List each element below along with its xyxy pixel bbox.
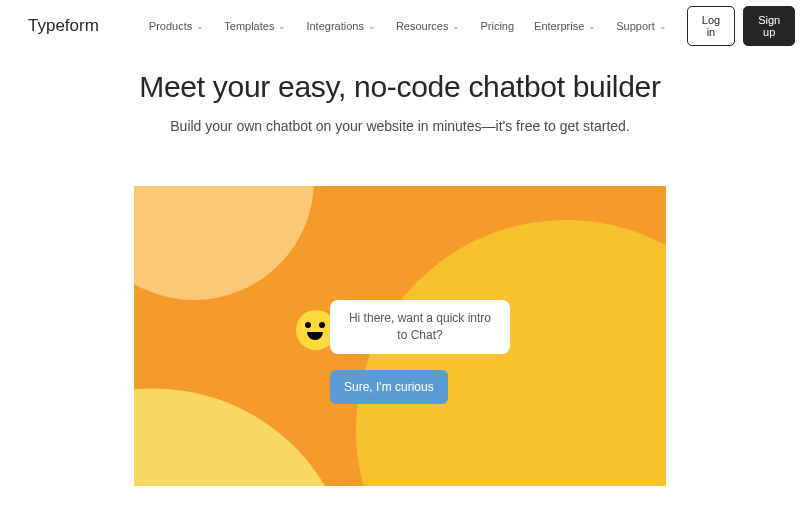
chevron-down-icon: ⌄ bbox=[196, 21, 204, 31]
nav-support-label: Support bbox=[616, 20, 655, 32]
main-nav: Products ⌄ Templates ⌄ Integrations ⌄ Re… bbox=[149, 20, 667, 32]
chevron-down-icon: ⌄ bbox=[278, 21, 286, 31]
chevron-down-icon: ⌄ bbox=[452, 21, 460, 31]
hero-subtitle: Build your own chatbot on your website i… bbox=[0, 118, 800, 134]
header: Typeform Products ⌄ Templates ⌄ Integrat… bbox=[0, 0, 800, 52]
hero-title: Meet your easy, no-code chatbot builder bbox=[0, 70, 800, 104]
nav-pricing[interactable]: Pricing bbox=[480, 20, 514, 32]
nav-products-label: Products bbox=[149, 20, 192, 32]
nav-resources-label: Resources bbox=[396, 20, 449, 32]
chat-reply-button[interactable]: Sure, I'm curious bbox=[330, 370, 448, 404]
decorative-quarter bbox=[134, 344, 346, 486]
login-button[interactable]: Log in bbox=[687, 6, 735, 46]
chevron-down-icon: ⌄ bbox=[659, 21, 667, 31]
nav-integrations-label: Integrations bbox=[306, 20, 363, 32]
nav-enterprise-label: Enterprise bbox=[534, 20, 584, 32]
chevron-down-icon: ⌄ bbox=[368, 21, 376, 31]
hero-section: Meet your easy, no-code chatbot builder … bbox=[0, 70, 800, 486]
hero-illustration: Hi there, want a quick intro to Chat? Su… bbox=[134, 186, 666, 486]
nav-support[interactable]: Support ⌄ bbox=[616, 20, 667, 32]
nav-templates[interactable]: Templates ⌄ bbox=[224, 20, 286, 32]
nav-integrations[interactable]: Integrations ⌄ bbox=[306, 20, 375, 32]
nav-resources[interactable]: Resources ⌄ bbox=[396, 20, 461, 32]
nav-products[interactable]: Products ⌄ bbox=[149, 20, 204, 32]
logo[interactable]: Typeform bbox=[28, 16, 99, 36]
decorative-half-circle bbox=[134, 186, 314, 300]
chat-greeting-bubble: Hi there, want a quick intro to Chat? bbox=[330, 300, 510, 354]
nav-templates-label: Templates bbox=[224, 20, 274, 32]
nav-enterprise[interactable]: Enterprise ⌄ bbox=[534, 20, 596, 32]
nav-pricing-label: Pricing bbox=[480, 20, 514, 32]
chevron-down-icon: ⌄ bbox=[588, 21, 596, 31]
signup-button[interactable]: Sign up bbox=[743, 6, 795, 46]
auth-buttons: Log in Sign up bbox=[687, 6, 795, 46]
